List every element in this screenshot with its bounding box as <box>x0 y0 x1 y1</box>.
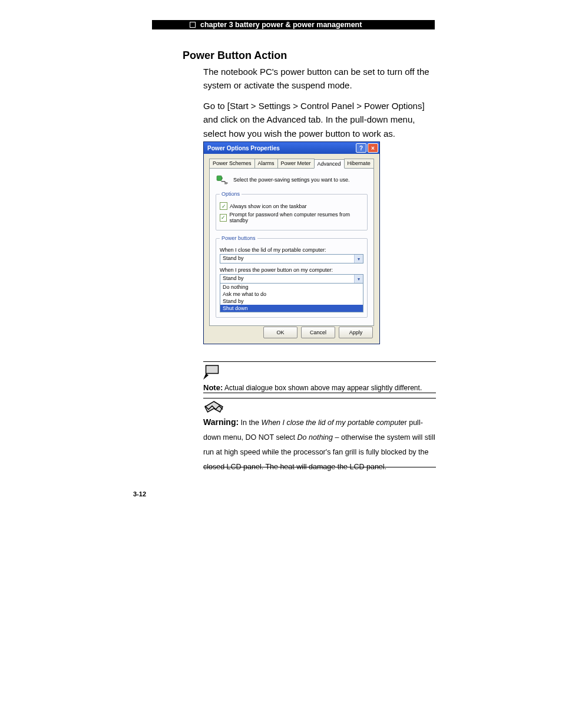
header-square-icon <box>190 22 196 28</box>
tab-body: Select the power-saving settings you wan… <box>209 168 374 326</box>
svg-rect-0 <box>217 176 222 180</box>
checkbox-show-icon[interactable]: ✓ <box>220 202 227 210</box>
tab-power-schemes[interactable]: Power Schemes <box>209 159 255 168</box>
chevron-down-icon: ▾ <box>354 275 363 283</box>
power-button-action-dropdown[interactable]: Stand by ▾ <box>220 274 363 284</box>
option-do-nothing[interactable]: Do nothing <box>220 284 363 291</box>
note-icon <box>203 364 224 381</box>
chapter-header-bar: chapter 3 battery power & power manageme… <box>152 20 435 29</box>
power-button-action-value: Stand by <box>220 275 354 283</box>
divider <box>203 361 436 362</box>
ok-button[interactable]: OK <box>263 327 297 338</box>
note-label: Note: <box>203 383 223 392</box>
battery-plug-icon <box>216 173 229 186</box>
paragraph-2: Go to [Start > Settings > Control Panel … <box>203 99 439 140</box>
svg-rect-2 <box>224 182 227 184</box>
close-button[interactable]: × <box>368 143 378 153</box>
warning-text: Warning: In the When I close the lid of … <box>203 414 436 475</box>
power-button-action-label: When I press the power button on my comp… <box>220 267 363 273</box>
tab-alarms[interactable]: Alarms <box>254 159 278 168</box>
dialog-title: Power Options Properties <box>207 145 355 151</box>
svg-rect-3 <box>206 365 219 374</box>
option-stand-by[interactable]: Stand by <box>220 298 363 305</box>
lid-action-label: When I close the lid of my portable comp… <box>220 247 363 253</box>
checkbox-show-icon-label: Always show icon on the taskbar <box>230 203 307 209</box>
dialog-titlebar[interactable]: Power Options Properties ? × <box>204 142 379 154</box>
tab-hibernate[interactable]: Hibernate <box>344 159 374 168</box>
divider <box>203 398 436 398</box>
dialog-button-row: OK Cancel Apply <box>263 327 373 338</box>
power-buttons-group: Power buttons When I close the lid of my… <box>216 235 368 318</box>
apply-button[interactable]: Apply <box>339 327 373 338</box>
tab-advanced[interactable]: Advanced <box>314 159 345 169</box>
paragraph-1: The notebook PC's power button can be se… <box>203 65 439 93</box>
power-button-action-options: Do nothing Ask me what to do Stand by Sh… <box>220 284 363 312</box>
option-ask-me[interactable]: Ask me what to do <box>220 291 363 298</box>
warning-icon <box>203 400 224 414</box>
section-title: Power Button Action <box>183 50 287 62</box>
power-options-dialog: Power Options Properties ? × Power Schem… <box>203 141 380 344</box>
power-buttons-legend: Power buttons <box>220 235 257 241</box>
dialog-client-area: Power Schemes Alarms Power Meter Advance… <box>206 155 378 342</box>
chevron-down-icon: ▾ <box>354 255 363 263</box>
divider <box>203 393 436 393</box>
dialog-intro-text: Select the power-saving settings you wan… <box>233 177 350 183</box>
tab-strip: Power Schemes Alarms Power Meter Advance… <box>209 159 374 168</box>
chapter-header-text: chapter 3 battery power & power manageme… <box>200 21 362 29</box>
checkbox-prompt-password[interactable]: ✓ <box>220 214 227 222</box>
lid-action-value: Stand by <box>220 255 354 263</box>
cancel-button[interactable]: Cancel <box>301 327 335 338</box>
tab-power-meter[interactable]: Power Meter <box>277 159 315 168</box>
page-number: 3-12 <box>133 490 146 498</box>
help-button[interactable]: ? <box>356 143 366 153</box>
note-text: Note: Actual dialogue box shown above ma… <box>203 383 439 392</box>
checkbox-prompt-password-label: Prompt for password when computer resume… <box>229 212 363 223</box>
note-body: Actual dialogue box shown above may appe… <box>223 384 422 392</box>
divider <box>203 467 436 467</box>
warning-label: Warning: <box>203 417 239 427</box>
lid-action-dropdown[interactable]: Stand by ▾ <box>220 254 363 263</box>
options-legend: Options <box>220 191 242 197</box>
option-shut-down[interactable]: Shut down <box>220 305 363 312</box>
svg-rect-1 <box>222 177 222 179</box>
options-group: Options ✓ Always show icon on the taskba… <box>216 191 368 230</box>
